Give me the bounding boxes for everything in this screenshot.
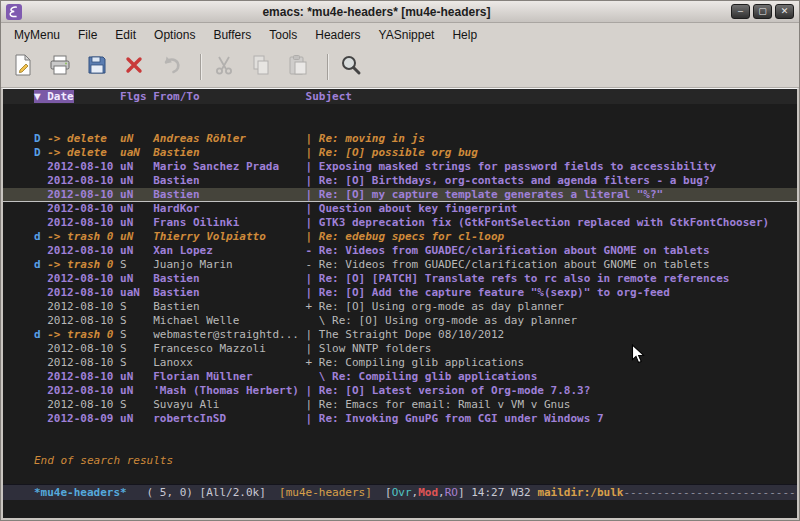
row-subject: | Re: Invoking GnuPG from CGI under Wind…: [306, 412, 604, 425]
sort-column-date[interactable]: ▼ Date: [34, 90, 74, 103]
row-flags: uN: [120, 160, 153, 173]
column-from-to[interactable]: From/To: [153, 90, 199, 103]
row-subject: + Re: [O] Using org-mode as day planner: [306, 300, 564, 313]
message-row[interactable]: 2012-08-10 uaN Bastien | Re: [O] Add the…: [3, 286, 797, 300]
row-subject: | Question about key fingerprint: [306, 202, 518, 215]
close-button[interactable]: ✕: [775, 4, 794, 19]
row-flags: uN: [120, 244, 153, 257]
menu-item-edit[interactable]: Edit: [106, 25, 145, 45]
menu-item-mymenu[interactable]: MyMenu: [5, 25, 69, 45]
row-subject: | Re: [O] possible org bug: [306, 146, 478, 159]
row-date: 2012-08-10: [47, 272, 120, 285]
print-button[interactable]: [48, 53, 76, 81]
message-row[interactable]: 2012-08-10 S Michael Welle \ Re: [O] Usi…: [3, 314, 797, 328]
row-flags: S: [120, 356, 153, 369]
message-row[interactable]: 2012-08-10 S Suvayu Ali | Re: Emacs for …: [3, 398, 797, 412]
row-mark: [34, 398, 47, 411]
row-mark: [34, 300, 47, 313]
message-row[interactable]: d -> trash 0 S webmaster@straightd... | …: [3, 328, 797, 342]
row-subject: - Re: Videos from GUADEC/clarification a…: [306, 258, 710, 271]
row-date: 2012-08-10: [47, 174, 120, 187]
new-file-button[interactable]: [11, 53, 39, 81]
window-title: emacs: *mu4e-headers* [mu4e-headers]: [22, 5, 731, 19]
titlebar[interactable]: emacs: *mu4e-headers* [mu4e-headers] –▢✕: [1, 1, 799, 23]
row-mark: [34, 314, 47, 327]
row-subject: | The Straight Dope 08/10/2012: [306, 328, 505, 341]
paste-button: [286, 53, 314, 81]
message-row[interactable]: d -> trash 0 uN Thierry Volpiatto | Re: …: [3, 230, 797, 244]
row-mark: [34, 286, 47, 299]
row-from: Bastien: [153, 286, 305, 299]
cut-button: [212, 53, 240, 81]
row-date: -> trash 0: [47, 258, 120, 271]
row-flags: uN: [120, 216, 153, 229]
row-date: 2012-08-10: [47, 314, 120, 327]
message-row[interactable]: D -> delete uaN Bastien | Re: [O] possib…: [3, 146, 797, 160]
paste-icon: [286, 53, 310, 81]
row-subject: | Re: [O] my capture template generates …: [306, 188, 664, 201]
row-flags: uaN: [120, 146, 153, 159]
message-row[interactable]: D -> delete uN Andreas Röhler | Re: movi…: [3, 132, 797, 146]
row-mark: [34, 216, 47, 229]
message-row[interactable]: 2012-08-10 uN Mario Sanchez Prada | Expo…: [3, 160, 797, 174]
message-row[interactable]: 2012-08-10 uN Bastien | Re: [O] [PATCH] …: [3, 272, 797, 286]
message-row[interactable]: d -> trash 0 S Juanjo Marin - Re: Videos…: [3, 258, 797, 272]
message-row[interactable]: 2012-08-10 S Bastien + Re: [O] Using org…: [3, 300, 797, 314]
modeline-mode-name[interactable]: [mu4e-headers]: [279, 486, 372, 499]
row-flags: uN: [120, 370, 153, 383]
row-subject: + Re: Compiling glib applications: [306, 356, 525, 369]
row-from: Mario Sanchez Prada: [153, 160, 305, 173]
save-button[interactable]: [85, 53, 113, 81]
row-flags: S: [120, 328, 153, 341]
modeline-status-mod: Mod: [418, 486, 438, 499]
message-row[interactable]: 2012-08-10 uN HardKor | Question about k…: [3, 202, 797, 216]
menu-item-yasnippet[interactable]: YASnippet: [370, 25, 444, 45]
menu-item-options[interactable]: Options: [145, 25, 204, 45]
close-buffer-button[interactable]: [122, 53, 150, 81]
cut-icon: [212, 53, 236, 81]
modeline-clock-week: 14:27 W32: [471, 486, 537, 499]
row-mark: [34, 188, 47, 201]
menu-item-file[interactable]: File: [69, 25, 106, 45]
message-row[interactable]: 2012-08-10 uN Xan Lopez - Re: Videos fro…: [3, 244, 797, 258]
message-row[interactable]: 2012-08-10 S Lanoxx + Re: Compiling glib…: [3, 356, 797, 370]
message-row[interactable]: 2012-08-10 uN Florian Müllner \ Re: Comp…: [3, 370, 797, 384]
message-row[interactable]: 2012-08-10 uN Bastien | Re: [O] Birthday…: [3, 174, 797, 188]
minimize-button[interactable]: –: [731, 4, 750, 19]
message-row[interactable]: 2012-08-10 uN 'Mash (Thomas Herbert) | R…: [3, 384, 797, 398]
menu-item-headers[interactable]: Headers: [306, 25, 369, 45]
pad-3: [200, 90, 306, 103]
row-mark: D: [34, 132, 47, 145]
message-row[interactable]: 2012-08-10 uN Bastien | Re: [O] my captu…: [3, 188, 797, 202]
row-mark: [34, 342, 47, 355]
row-from: Bastien: [153, 146, 305, 159]
toolbar-separator: [327, 54, 329, 80]
row-date: 2012-08-10: [47, 216, 120, 229]
row-flags: uN: [120, 174, 153, 187]
echo-area: [3, 500, 797, 518]
row-mark: [34, 272, 47, 285]
modeline-bracket-open: [: [372, 486, 392, 499]
menu-item-tools[interactable]: Tools: [260, 25, 306, 45]
message-row[interactable]: 2012-08-10 uN Frans Oilinki | GTK3 depre…: [3, 216, 797, 230]
row-date: 2012-08-09: [47, 412, 120, 425]
menu-item-help[interactable]: Help: [443, 25, 486, 45]
undo-icon: [159, 53, 183, 81]
row-from: Lanoxx: [153, 356, 305, 369]
column-flags[interactable]: Flgs: [120, 90, 147, 103]
modeline-status-ovr: Ovr: [392, 486, 412, 499]
modeline-buffer-name[interactable]: *mu4e-headers*: [34, 486, 127, 499]
message-row[interactable]: 2012-08-09 uN robertcInSD | Re: Invoking…: [3, 412, 797, 426]
modeline-maildir: maildir:/bulk: [537, 486, 623, 499]
message-row[interactable]: 2012-08-10 S Francesco Mazzoli | Slow NN…: [3, 342, 797, 356]
search-button[interactable]: [339, 53, 367, 81]
row-flags: S: [120, 398, 153, 411]
headers-buffer[interactable]: D -> delete uN Andreas Röhler | Re: movi…: [3, 104, 797, 484]
row-from: webmaster@straightd...: [153, 328, 305, 341]
column-subject[interactable]: Subject: [306, 90, 352, 103]
maximize-button[interactable]: ▢: [753, 4, 772, 19]
row-flags: S: [120, 258, 153, 271]
row-date: 2012-08-10: [47, 356, 120, 369]
row-from: Francesco Mazzoli: [153, 342, 305, 355]
menu-item-buffers[interactable]: Buffers: [204, 25, 260, 45]
